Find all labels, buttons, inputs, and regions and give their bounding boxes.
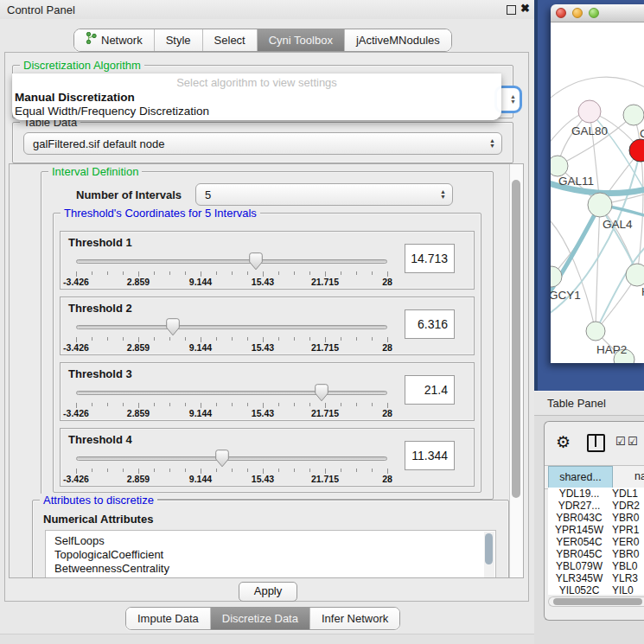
slider-thumb[interactable] [166,318,180,336]
tick-mark [185,271,186,275]
spinner-arrows-icon: ▲▼ [510,94,516,105]
network-node[interactable] [551,266,562,287]
close-traffic-light-icon[interactable] [556,8,566,18]
table-row[interactable]: YPR145WYPR1 [548,524,644,536]
tab-cyni-toolbox[interactable]: Cyni Toolbox [257,29,344,51]
checkbox-icon[interactable]: ☑ [615,435,626,448]
tick-mark [185,337,186,341]
threshold-panel: Threshold 1-3.4262.8599.14415.4321.71528… [60,231,475,290]
threshold-value-field[interactable]: 21.4 [405,375,455,405]
network-window-titlebar[interactable] [551,4,644,22]
close-icon[interactable]: ✖ [520,2,530,15]
cell-shared-name: YIL052C [548,584,610,595]
table-row[interactable]: YBL079WYBL0 [548,560,644,572]
table-row[interactable]: YIL052CYIL0 [548,584,644,595]
network-canvas[interactable]: GAL80GCGAL11GAL4GCY1HHAP2 [551,22,644,363]
axis-tick-label: 2.859 [127,277,150,287]
tab-style[interactable]: Style [154,29,202,51]
algorithm-option[interactable]: Equal Width/Frequency Discretization [12,105,501,118]
table-row[interactable]: YBR045CYBR0 [548,548,644,560]
split-view-icon[interactable] [587,434,605,452]
tab-jactivemnodules[interactable]: jActiveMNodules [344,29,451,51]
network-node-label: GAL4 [603,218,633,231]
column-header-shared[interactable]: shared... [548,466,613,488]
slider-track[interactable] [76,391,387,395]
minimize-traffic-light-icon[interactable] [572,8,583,18]
apply-button[interactable]: Apply [239,582,297,602]
tick-mark [341,337,341,341]
threshold-value-field[interactable]: 11.344 [405,441,455,470]
cell-shared-name: YBL079W [548,560,610,572]
tab-select[interactable]: Select [202,29,257,51]
tab-infer-network[interactable]: Infer Network [309,608,399,629]
column-header-name[interactable]: na [613,466,644,488]
scrollbar-thumb[interactable] [485,533,493,564]
scrollbar-thumb[interactable] [512,180,520,498]
number-of-intervals-combo[interactable]: 5 ▲▼ [195,183,453,206]
threshold-slider[interactable]: -3.4262.8599.14415.4321.71528 [76,318,387,353]
float-window-icon[interactable] [507,5,516,15]
checkbox-icon[interactable]: ☑ [628,435,638,448]
slider-track[interactable] [76,325,387,329]
slider-thumb[interactable] [249,252,263,271]
network-edge [551,205,600,301]
tick-mark [278,469,279,472]
tab-label: Cyni Toolbox [269,29,333,51]
network-node[interactable] [586,322,605,341]
axis-tick-label: 15.43 [252,474,274,484]
tab-impute-data[interactable]: Impute Data [126,608,210,629]
tab-discretize-data[interactable]: Discretize Data [210,608,309,629]
table-row[interactable]: YLR345WYLR3 [548,572,644,584]
numerical-attributes-list[interactable]: SelfLoopsTopologicalCoefficientBetweenne… [45,530,496,578]
table-row[interactable]: YER054CYER0 [548,536,644,548]
network-window[interactable]: GAL80GCGAL11GAL4GCY1HHAP2 [551,4,644,363]
axis-tick-label: 2.859 [127,342,150,353]
attribute-item[interactable]: TopologicalCoefficient [46,548,495,562]
slider-track[interactable] [76,456,387,461]
scrollbar-thumb[interactable] [553,598,642,605]
threshold-panel: Threshold 2-3.4262.8599.14415.4321.71528… [60,296,475,355]
axis-tick-label: 21.715 [311,408,339,418]
network-node[interactable] [623,105,644,125]
attribute-item[interactable]: BetweennessCentrality [46,562,495,576]
axis-tick-label: 28 [382,342,392,353]
table-data-combo[interactable]: galFiltered.sif default node ▲▼ [23,132,502,155]
network-node[interactable] [626,264,644,286]
slider-track[interactable] [76,259,387,264]
threshold-label: Threshold 2 [68,302,132,315]
threshold-value-field[interactable]: 6.316 [405,309,455,339]
tick-mark [216,337,217,341]
table-row[interactable]: YDL19...YDL1 [548,488,644,500]
algorithm-option[interactable]: Manual Discretization [12,91,501,105]
cell-shared-name: YLR345W [548,572,610,584]
slider-thumb[interactable] [315,384,328,402]
network-node[interactable] [578,100,601,123]
cell-name: YBL0 [610,560,637,572]
cell-shared-name: YDL19... [548,488,610,500]
threshold-slider[interactable]: -3.4262.8599.14415.4321.71528 [76,252,387,287]
attribute-item[interactable]: SelfLoops [46,534,495,548]
group-title: Interval Definition [48,165,142,178]
zoom-traffic-light-icon[interactable] [589,8,599,18]
gear-icon[interactable]: ⚙ [556,432,571,452]
table-row[interactable]: YDR27...YDR2 [548,500,644,512]
network-node[interactable] [588,193,612,217]
axis-tick-label: 21.715 [311,342,339,353]
slider-thumb[interactable] [215,450,229,468]
tab-network[interactable]: Network [74,29,154,51]
tick-mark [247,469,248,472]
network-node[interactable] [551,156,568,176]
attributes-scrollbar[interactable] [484,532,494,578]
threshold-slider[interactable]: -3.4262.8599.14415.4321.71528 [76,384,387,418]
tick-mark [294,337,295,341]
tick-mark [92,271,92,275]
table-horizontal-scrollbar[interactable] [548,596,644,607]
threshold-value-field[interactable]: 14.713 [405,244,455,273]
tick-mark [169,271,170,275]
settings-vertical-scrollbar[interactable] [509,164,523,577]
table-row[interactable]: YBR043CYBR0 [548,512,644,524]
threshold-slider[interactable]: -3.4262.8599.14415.4321.71528 [76,450,387,484]
tick-mark [123,271,124,275]
cell-name: YER0 [610,536,639,548]
network-node[interactable] [629,139,644,162]
